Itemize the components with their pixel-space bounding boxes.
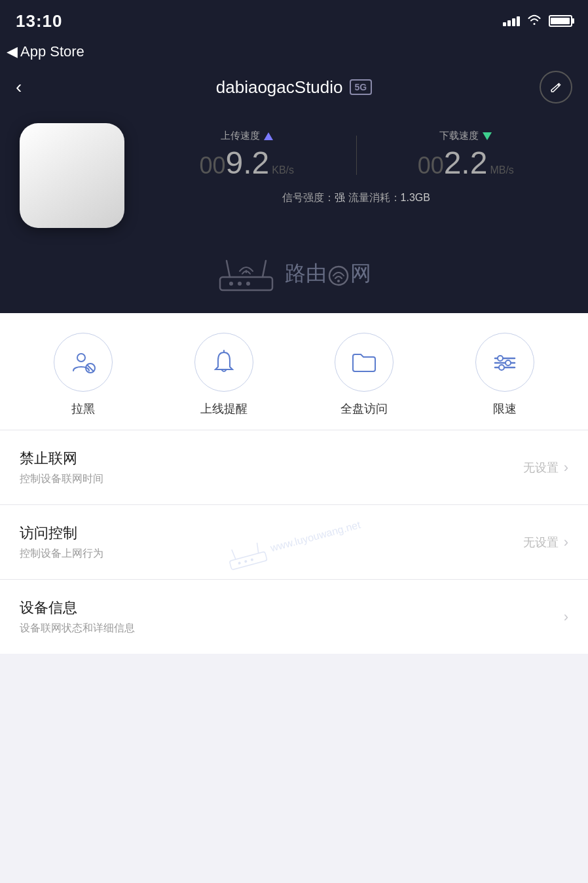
action-speed-limit[interactable]: 限速 xyxy=(475,333,534,417)
5g-badge: 5G xyxy=(350,79,373,95)
router-wifi-icon xyxy=(327,264,350,288)
svg-line-2 xyxy=(263,261,266,277)
device-stats: 上传速度 00 9.2 KB/s 下载速度 00 2.2 xyxy=(144,123,568,205)
chevron-right-icon-3: › xyxy=(564,609,568,626)
status-icons xyxy=(503,14,572,29)
signal-bars-icon xyxy=(503,16,520,26)
setting-block-internet-text: 禁止联网 控制设备联网时间 xyxy=(20,449,523,486)
speed-divider xyxy=(356,136,357,175)
upload-label: 上传速度 xyxy=(221,130,273,142)
device-header: 上传速度 00 9.2 KB/s 下载速度 00 2.2 xyxy=(0,110,588,248)
speed-limit-icon xyxy=(492,354,517,371)
folder-icon xyxy=(352,351,377,373)
setting-device-info-title: 设备信息 xyxy=(20,598,564,618)
bell-icon xyxy=(213,350,235,375)
setting-access-control[interactable]: www.luyouwang.net 访问控制 控制设备上网行为 无设置 › xyxy=(0,505,588,580)
block-user-label: 拉黑 xyxy=(71,401,95,417)
folder-label: 全盘访问 xyxy=(340,401,388,417)
block-user-icon xyxy=(71,350,96,375)
setting-access-control-subtitle: 控制设备上网行为 xyxy=(20,547,523,561)
svg-point-8 xyxy=(77,354,85,362)
folder-circle xyxy=(335,333,394,392)
download-label: 下载速度 xyxy=(439,130,492,142)
setting-block-internet-right: 无设置 › xyxy=(523,459,568,476)
setting-access-control-title: 访问控制 xyxy=(20,523,523,543)
setting-access-control-text: 访问控制 控制设备上网行为 xyxy=(20,523,523,561)
svg-line-1 xyxy=(227,261,230,277)
wifi-icon xyxy=(526,14,542,29)
svg-point-7 xyxy=(337,280,340,282)
svg-point-5 xyxy=(246,282,250,286)
nav-title-area: dabiaogacStudio 5G xyxy=(48,77,540,98)
router-brand-text: 路由网 xyxy=(285,259,371,288)
download-speed-value: 00 2.2 MB/s xyxy=(418,145,514,181)
device-icon xyxy=(20,123,124,228)
download-arrow-icon xyxy=(483,132,492,140)
svg-point-15 xyxy=(498,356,503,361)
chevron-right-icon: › xyxy=(564,459,568,476)
bell-label: 上线提醒 xyxy=(200,401,248,417)
action-block-user[interactable]: 拉黑 xyxy=(54,333,113,417)
app-store-back-icon: ◀ xyxy=(7,43,18,60)
setting-device-info-text: 设备信息 设备联网状态和详细信息 xyxy=(20,598,564,635)
setting-device-info-right: › xyxy=(564,609,568,626)
speed-row: 上传速度 00 9.2 KB/s 下载速度 00 2.2 xyxy=(144,130,568,181)
upload-speed-value: 00 9.2 KB/s xyxy=(199,145,294,181)
setting-block-internet-subtitle: 控制设备联网时间 xyxy=(20,472,523,486)
bell-circle xyxy=(194,333,253,392)
nav-bar: ‹ dabiaogacStudio 5G xyxy=(0,64,588,110)
setting-access-control-value: 无设置 xyxy=(523,535,559,550)
block-user-circle xyxy=(54,333,113,392)
upload-block: 上传速度 00 9.2 KB/s xyxy=(144,130,350,181)
signal-info: 信号强度：强 流量消耗：1.3GB xyxy=(144,191,568,205)
speed-limit-label: 限速 xyxy=(493,401,517,417)
svg-point-4 xyxy=(238,282,242,286)
action-bell[interactable]: 上线提醒 xyxy=(194,333,253,417)
setting-block-internet[interactable]: 禁止联网 控制设备联网时间 无设置 › xyxy=(0,430,588,505)
setting-device-info-subtitle: 设备联网状态和详细信息 xyxy=(20,622,564,635)
speed-limit-circle xyxy=(475,333,534,392)
svg-point-3 xyxy=(229,282,233,286)
svg-point-21 xyxy=(238,561,241,565)
app-store-label[interactable]: App Store xyxy=(20,43,84,60)
page-title: dabiaogacStudio xyxy=(216,77,343,98)
settings-list: 禁止联网 控制设备联网时间 无设置 › www.luyouwang.net 访问… xyxy=(0,430,588,654)
setting-device-info[interactable]: 设备信息 设备联网状态和详细信息 › xyxy=(0,580,588,654)
back-button[interactable]: ‹ xyxy=(16,77,48,98)
status-bar: 13:10 xyxy=(0,0,588,39)
upload-arrow-icon xyxy=(264,132,273,140)
download-block: 下载速度 00 2.2 MB/s xyxy=(363,130,569,181)
battery-icon xyxy=(549,15,572,27)
router-brand: 路由网 xyxy=(0,248,588,313)
chevron-right-icon-2: › xyxy=(564,534,568,551)
setting-block-internet-value: 无设置 xyxy=(523,460,559,476)
setting-block-internet-title: 禁止联网 xyxy=(20,449,523,468)
app-store-nav[interactable]: ◀ App Store xyxy=(0,39,588,64)
action-row: 拉黑 上线提醒 全盘访问 xyxy=(0,313,588,430)
svg-point-17 xyxy=(499,365,504,370)
action-folder[interactable]: 全盘访问 xyxy=(335,333,394,417)
svg-point-16 xyxy=(505,360,511,366)
status-time: 13:10 xyxy=(16,11,63,31)
router-icon xyxy=(217,254,276,293)
edit-button[interactable] xyxy=(540,71,572,103)
setting-access-control-right: 无设置 › xyxy=(523,534,568,551)
